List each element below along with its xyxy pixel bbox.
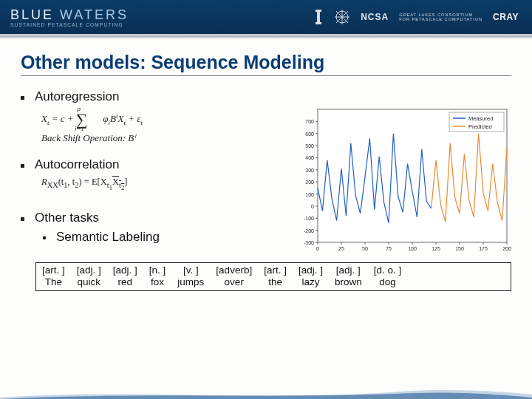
word: The <box>36 276 71 290</box>
bullet-other-tasks: Other tasks <box>21 211 257 225</box>
formula-autoregression: Xt = c + ∑pi=1 φiBiXt + εt <box>41 110 257 129</box>
glc-line2: FOR PETASCALE COMPUTATION <box>399 17 482 21</box>
cray-label: CRAY <box>493 12 519 22</box>
word: dog <box>368 276 408 290</box>
svg-text:Measured: Measured <box>468 115 493 122</box>
svg-text:75: 75 <box>386 246 392 251</box>
svg-text:Predicted: Predicted <box>468 123 492 130</box>
bullet-icon <box>21 96 24 100</box>
pos-tag: [adj. ] <box>293 263 329 276</box>
pos-tag: [adj. ] <box>71 263 107 276</box>
svg-text:0: 0 <box>316 246 319 251</box>
bullet-icon <box>21 217 24 221</box>
bullet-autoregression: Autoregression <box>21 89 257 104</box>
pos-tag: [adverb] <box>210 263 258 276</box>
bullet-semantic-labeling: Semantic Labeling <box>43 230 257 245</box>
word: brown <box>329 276 368 290</box>
svg-text:50: 50 <box>362 246 368 251</box>
svg-text:500: 500 <box>305 143 314 149</box>
bullet-text: Autoregression <box>35 89 119 104</box>
table-row: [art. ] [adj. ] [adj. ] [n. ] [v. ] [adv… <box>36 263 407 276</box>
glc-label: GREAT LAKES CONSORTIUM FOR PETASCALE COM… <box>399 13 482 22</box>
word: lazy <box>293 276 329 290</box>
header-right: NCSA GREAT LAKES CONSORTIUM FOR PETASCAL… <box>313 9 522 25</box>
illinois-icon <box>313 10 324 24</box>
svg-text:25: 25 <box>338 246 344 251</box>
semantic-label-table: [art. ] [adj. ] [adj. ] [n. ] [v. ] [adv… <box>35 262 511 291</box>
svg-text:700: 700 <box>305 119 314 124</box>
svg-text:-300: -300 <box>304 240 314 245</box>
word: red <box>107 276 143 290</box>
table-row: The quick red fox jumps over the lazy br… <box>36 276 407 290</box>
svg-text:600: 600 <box>305 132 314 137</box>
bullet-icon <box>43 236 46 239</box>
svg-text:200: 200 <box>305 180 314 185</box>
svg-text:150: 150 <box>455 246 464 251</box>
svg-text:400: 400 <box>305 155 314 160</box>
pos-tag: [art. ] <box>258 263 293 276</box>
left-column: Autoregression Xt = c + ∑pi=1 φiBiXt + ε… <box>21 89 257 245</box>
pos-tag: [adj. ] <box>107 263 143 276</box>
pos-tag: [d. o. ] <box>368 263 408 276</box>
bullet-text: Semantic Labeling <box>56 230 160 245</box>
backshift-text: Back Shift Operation: <box>41 132 128 143</box>
svg-rect-1 <box>317 12 320 22</box>
word: fox <box>143 276 172 290</box>
bullet-text: Other tasks <box>35 211 99 225</box>
bullet-autocorrelation: Autocorrelation <box>21 157 257 172</box>
svg-text:300: 300 <box>305 168 314 173</box>
backshift-symbol: Bⁱ <box>128 132 135 143</box>
nsf-icon <box>334 9 350 25</box>
logo-subtitle: SUSTAINED PETASCALE COMPUTING <box>10 22 129 27</box>
svg-text:-100: -100 <box>304 216 314 221</box>
pos-tag: [adj. ] <box>329 263 368 276</box>
slide-title: Other models: Sequence Modeling <box>21 52 511 76</box>
svg-text:-200: -200 <box>304 228 314 233</box>
svg-text:125: 125 <box>432 246 440 251</box>
svg-text:175: 175 <box>479 246 488 251</box>
svg-text:0: 0 <box>311 204 314 209</box>
formula-autocorrelation: RXX(t1, t2) = E[Xt1Xt2] <box>41 177 257 191</box>
word: quick <box>71 276 107 290</box>
svg-rect-0 <box>316 10 321 12</box>
bullet-text: Autocorrelation <box>35 157 119 172</box>
pos-tag: [n. ] <box>143 263 172 276</box>
word: the <box>258 276 293 290</box>
word: over <box>210 276 258 290</box>
logo: BLUE WATERS SUSTAINED PETASCALE COMPUTIN… <box>10 7 129 27</box>
logo-word-1: BLUE <box>10 7 54 22</box>
sequence-chart: -300-200-1000100200300400500600700025507… <box>294 103 513 259</box>
logo-word-2: WATERS <box>60 7 129 22</box>
bullet-icon <box>21 164 24 168</box>
word: jumps <box>171 276 210 290</box>
svg-text:100: 100 <box>408 246 417 251</box>
svg-text:100: 100 <box>305 192 314 197</box>
formula-backshift-label: Back Shift Operation: Bⁱ <box>41 132 257 144</box>
top-header: BLUE WATERS SUSTAINED PETASCALE COMPUTIN… <box>0 0 532 34</box>
svg-rect-2 <box>316 22 321 24</box>
pos-tag: [art. ] <box>36 263 71 276</box>
pos-tag: [v. ] <box>171 263 210 276</box>
ncsa-label: NCSA <box>361 12 389 22</box>
logo-main: BLUE WATERS <box>10 7 129 23</box>
svg-text:200: 200 <box>502 246 511 251</box>
footer-wave-icon <box>0 387 532 399</box>
